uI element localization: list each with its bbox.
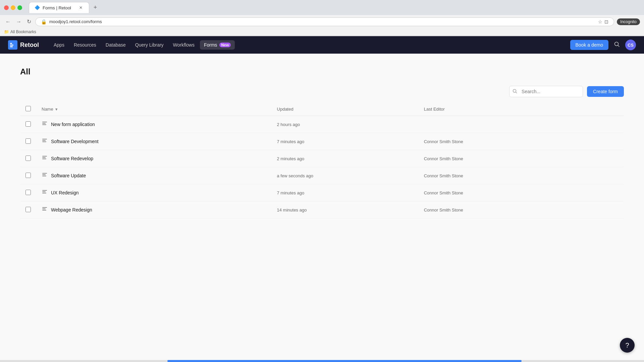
svg-rect-9	[42, 123, 46, 124]
create-form-button[interactable]: Create form	[587, 86, 624, 97]
row-checkbox[interactable]	[25, 190, 31, 195]
nav-database[interactable]: Database	[102, 40, 130, 50]
active-tab[interactable]: 🔷 Forms | Retool ✕	[29, 2, 89, 13]
select-all-checkbox[interactable]	[25, 106, 31, 111]
form-name-cell[interactable]: New form application	[36, 116, 272, 133]
form-editor-cell: Connor Smith Stone	[419, 150, 624, 167]
row-check-cell	[20, 116, 36, 133]
form-name-text: New form application	[51, 122, 95, 127]
maximize-button[interactable]	[17, 5, 22, 10]
form-name-cell[interactable]: Software Redevelop	[36, 150, 272, 167]
form-editor-text: Connor Smith Stone	[424, 207, 463, 213]
form-name-text: Software Development	[51, 139, 99, 144]
address-bar: ← → ↻ 🔒 moodjoy1.retool.com/forms ☆ ⊡ In…	[0, 15, 644, 28]
reader-mode-icon[interactable]: ⊡	[604, 19, 608, 24]
form-name-cell[interactable]: UX Redesign	[36, 184, 272, 201]
lock-icon: 🔒	[41, 19, 47, 24]
row-check-cell	[20, 167, 36, 184]
search-input[interactable]	[509, 86, 583, 97]
url-text: moodjoy1.retool.com/forms	[49, 19, 595, 24]
svg-rect-12	[42, 140, 46, 141]
form-updated-cell: 7 minutes ago	[272, 133, 419, 150]
nav-resources[interactable]: Resources	[70, 40, 100, 50]
select-all-header	[20, 103, 36, 116]
bookmarks-folder-icon: 📁	[4, 29, 9, 34]
form-list-icon	[42, 155, 48, 162]
page-title: All	[20, 67, 624, 76]
tab-favicon: 🔷	[35, 5, 40, 10]
form-editor-cell: Connor Smith Stone	[419, 184, 624, 201]
bookmark-star-icon[interactable]: ☆	[598, 19, 602, 24]
svg-line-5	[618, 45, 620, 47]
browser-chrome: 🔷 Forms | Retool ✕ + ← → ↻ 🔒 moodjoy1.re…	[0, 0, 644, 36]
nav-workflows[interactable]: Workflows	[169, 40, 199, 50]
reload-button[interactable]: ↻	[25, 17, 33, 26]
form-name-cell[interactable]: Webpage Redesign	[36, 201, 272, 219]
main-nav: Apps Resources Database Query Library Wo…	[50, 40, 559, 50]
nav-forms-label: Forms	[204, 42, 217, 48]
user-avatar[interactable]: CS	[625, 40, 636, 50]
table-row[interactable]: Webpage Redesign 14 minutes ago Connor S…	[20, 201, 624, 219]
svg-rect-16	[42, 159, 46, 159]
form-list-icon	[42, 172, 48, 179]
svg-rect-22	[42, 193, 46, 193]
tab-close-button[interactable]: ✕	[78, 5, 84, 10]
row-checkbox[interactable]	[25, 173, 31, 178]
svg-rect-17	[42, 173, 47, 174]
retool-logo[interactable]: Retool	[8, 40, 39, 50]
book-demo-button[interactable]: Book a demo	[570, 40, 609, 50]
nav-query-library[interactable]: Query Library	[131, 40, 168, 50]
form-name-text: UX Redesign	[51, 190, 79, 195]
minimize-button[interactable]	[11, 5, 15, 10]
form-updated-cell: 7 minutes ago	[272, 184, 419, 201]
nav-forms[interactable]: Forms New	[200, 40, 235, 50]
form-list-icon	[42, 189, 48, 196]
form-updated-cell: 2 minutes ago	[272, 150, 419, 167]
form-name-cell[interactable]: Software Development	[36, 133, 272, 150]
logo-text: Retool	[20, 42, 39, 49]
svg-rect-25	[42, 210, 46, 210]
table-row[interactable]: Software Update a few seconds ago Connor…	[20, 167, 624, 184]
url-bar[interactable]: 🔒 moodjoy1.retool.com/forms ☆ ⊡	[35, 17, 614, 26]
bookmarks-bar: 📁 All Bookmarks	[0, 28, 644, 36]
form-name-cell[interactable]: Software Update	[36, 167, 272, 184]
row-checkbox[interactable]	[25, 207, 31, 212]
header-search-icon[interactable]	[612, 40, 621, 50]
form-updated-text: 2 hours ago	[277, 122, 300, 127]
title-bar: 🔷 Forms | Retool ✕ +	[0, 0, 644, 15]
form-updated-text: 7 minutes ago	[277, 190, 305, 195]
forward-button[interactable]: →	[15, 17, 23, 26]
back-button[interactable]: ←	[4, 17, 12, 26]
row-check-cell	[20, 133, 36, 150]
incognito-badge: Incognito	[617, 18, 640, 25]
tab-bar: 🔷 Forms | Retool ✕ +	[25, 2, 104, 13]
svg-rect-19	[42, 176, 46, 176]
form-updated-text: 14 minutes ago	[277, 207, 307, 213]
form-updated-cell: a few seconds ago	[272, 167, 419, 184]
new-tab-button[interactable]: +	[91, 3, 100, 12]
table-row[interactable]: New form application 2 hours ago	[20, 116, 624, 133]
svg-rect-11	[42, 139, 47, 139]
table-row[interactable]: Software Development 7 minutes ago Conno…	[20, 133, 624, 150]
main-content: All Create form Name ▼ Updated	[0, 54, 644, 232]
window-controls	[4, 5, 22, 10]
form-editor-cell	[419, 116, 624, 133]
url-action-icons: ☆ ⊡	[598, 19, 608, 24]
svg-point-4	[615, 42, 619, 46]
row-checkbox[interactable]	[25, 138, 31, 144]
table-row[interactable]: Software Redevelop 2 minutes ago Connor …	[20, 150, 624, 167]
row-check-cell	[20, 150, 36, 167]
row-checkbox[interactable]	[25, 121, 31, 127]
updated-column-header: Updated	[272, 103, 419, 116]
svg-rect-2	[10, 45, 13, 46]
row-checkbox[interactable]	[25, 156, 31, 161]
close-button[interactable]	[4, 5, 9, 10]
svg-rect-24	[42, 208, 46, 209]
table-row[interactable]: UX Redesign 7 minutes ago Connor Smith S…	[20, 184, 624, 201]
svg-rect-8	[42, 122, 47, 122]
form-updated-text: a few seconds ago	[277, 173, 313, 178]
header-right: Book a demo CS	[570, 40, 636, 50]
name-column-header[interactable]: Name ▼	[36, 103, 272, 116]
nav-apps[interactable]: Apps	[50, 40, 68, 50]
form-list-icon	[42, 138, 48, 145]
